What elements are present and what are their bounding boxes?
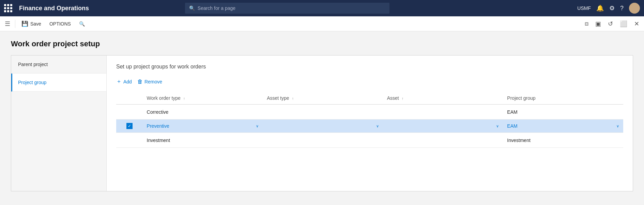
table-header-row: Work order type ↑ Asset type ↑ Asset ↑ [116, 92, 623, 105]
chevron-down-icon: ∨ [256, 124, 259, 128]
apps-grid-icon[interactable] [4, 4, 12, 12]
top-navigation: Finance and Operations 🔍 USMF 🔔 ⚙ ? [0, 0, 644, 16]
chevron-down-icon: ∨ [376, 124, 379, 128]
row-1-check-cell[interactable] [116, 105, 143, 120]
chevron-down-icon: ∨ [616, 124, 619, 128]
table-row[interactable]: Investment Investment [116, 133, 623, 148]
search-toolbar-icon: 🔍 [79, 21, 85, 27]
row-2-work-order-type-dropdown[interactable]: Preventive ∨ [147, 123, 259, 129]
user-avatar[interactable] [629, 3, 640, 14]
row-2-check-cell[interactable]: ✓ [116, 120, 143, 133]
top-nav-right: USMF 🔔 ⚙ ? [577, 3, 640, 14]
help-icon[interactable]: ? [620, 5, 624, 12]
col-header-asset[interactable]: Asset ↑ [383, 92, 503, 105]
add-label: Add [123, 79, 132, 84]
right-content: Set up project groups for work orders ＋ … [107, 56, 633, 191]
search-icon: 🔍 [189, 5, 195, 11]
section-title: Set up project groups for work orders [116, 64, 623, 70]
row-2-checkbox[interactable]: ✓ [126, 123, 133, 129]
search-toolbar-button[interactable]: 🔍 [76, 19, 88, 29]
table-row[interactable]: Corrective EAM [116, 105, 623, 120]
row-1-work-order-type: Corrective [143, 105, 263, 120]
col-header-check [116, 92, 143, 105]
col-header-asset-type[interactable]: Asset type ↑ [263, 92, 383, 105]
save-icon: 💾 [21, 20, 28, 27]
save-button[interactable]: 💾 Save [18, 18, 45, 29]
row-3-project-group: Investment [503, 133, 623, 148]
table-row[interactable]: ✓ Preventive ∨ ∨ [116, 120, 623, 133]
close-icon[interactable]: ✕ [632, 18, 641, 30]
sort-icon-work-order: ↑ [183, 96, 185, 100]
row-1-project-group: EAM [503, 105, 623, 120]
toolbar-separator [15, 20, 15, 28]
row-3-asset [383, 133, 503, 148]
row-2-asset-type[interactable]: ∨ [263, 120, 383, 133]
row-3-asset-type [263, 133, 383, 148]
remove-button[interactable]: 🗑 Remove [137, 77, 162, 86]
row-3-check-cell[interactable] [116, 133, 143, 148]
left-navigation: Parent project Project group [11, 56, 107, 191]
options-label: OPTIONS [49, 21, 71, 27]
options-button[interactable]: OPTIONS [46, 19, 74, 29]
action-bar: ＋ Add 🗑 Remove [116, 77, 623, 86]
notification-icon[interactable]: 🔔 [596, 4, 604, 12]
row-2-project-group[interactable]: EAM ∨ [503, 120, 623, 133]
col-header-project-group: Project group [503, 92, 623, 105]
settings-icon[interactable]: ⚙ [609, 4, 615, 12]
col-header-work-order-type[interactable]: Work order type ↑ [143, 92, 263, 105]
row-2-asset[interactable]: ∨ [383, 120, 503, 133]
remove-label: Remove [144, 79, 162, 84]
refresh-icon[interactable]: ↺ [606, 18, 615, 30]
row-2-asset-type-dropdown[interactable]: ∨ [267, 124, 379, 128]
app-title: Finance and Operations [19, 5, 89, 12]
sidebar-item-project-group[interactable]: Project group [11, 74, 106, 92]
hamburger-menu-icon[interactable]: ☰ [3, 18, 12, 30]
global-search[interactable]: 🔍 [185, 3, 389, 14]
chevron-down-icon: ∨ [496, 124, 499, 128]
page-content: Work order project setup Parent project … [0, 31, 644, 205]
sort-icon-asset-type: ↑ [292, 96, 294, 100]
toolbar-right: ⧈ ▣ ↺ ⬜ ✕ [583, 18, 641, 30]
row-3-checkbox[interactable] [126, 136, 133, 143]
row-2-asset-dropdown[interactable]: ∨ [387, 124, 499, 128]
row-2-project-group-dropdown[interactable]: EAM ∨ [507, 123, 619, 129]
add-icon: ＋ [116, 78, 122, 85]
open-new-icon[interactable]: ⬜ [618, 18, 629, 30]
trash-icon: 🗑 [137, 79, 143, 85]
add-button[interactable]: ＋ Add [116, 77, 132, 86]
personalize-icon[interactable]: ⧈ [583, 18, 591, 29]
company-selector[interactable]: USMF [577, 5, 591, 11]
save-label: Save [30, 21, 41, 27]
main-card: Parent project Project group Set up proj… [11, 55, 633, 191]
row-2-work-order-type[interactable]: Preventive ∨ [143, 120, 263, 133]
row-1-checkbox[interactable] [126, 108, 133, 115]
page-title: Work order project setup [11, 40, 633, 48]
sort-icon-asset: ↑ [402, 96, 404, 100]
project-group-table: Work order type ↑ Asset type ↑ Asset ↑ [116, 92, 623, 148]
row-1-asset [383, 105, 503, 120]
sidebar-item-parent-project[interactable]: Parent project [11, 56, 106, 74]
office-icon[interactable]: ▣ [593, 18, 603, 30]
row-1-asset-type [263, 105, 383, 120]
search-input[interactable] [198, 5, 385, 11]
toolbar: ☰ 💾 Save OPTIONS 🔍 ⧈ ▣ ↺ ⬜ ✕ [0, 16, 644, 31]
row-3-work-order-type: Investment [143, 133, 263, 148]
